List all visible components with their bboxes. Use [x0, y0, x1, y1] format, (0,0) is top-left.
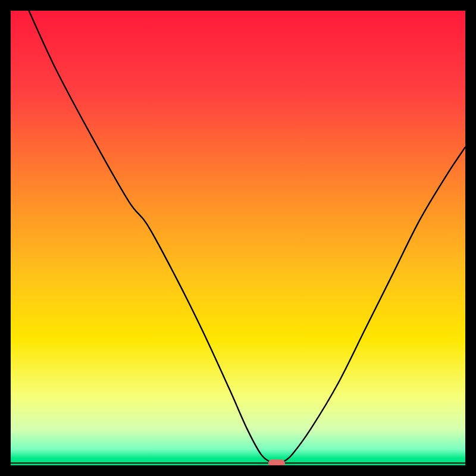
optimal-marker	[268, 459, 285, 465]
chart-frame: TheBottleneck.com	[11, 11, 465, 465]
bottleneck-chart	[11, 11, 465, 465]
gradient-background	[11, 11, 465, 465]
